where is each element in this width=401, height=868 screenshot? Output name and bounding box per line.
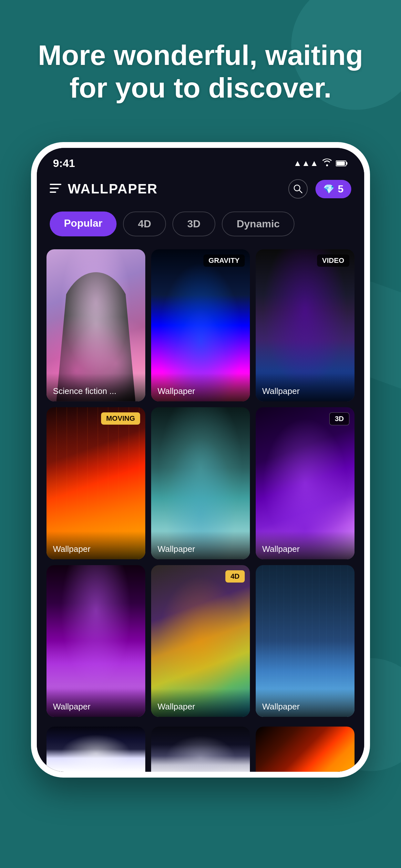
tab-popular[interactable]: Popular [50,212,117,237]
card-label-2: Wallpaper [151,373,250,401]
card-inner-11 [151,726,250,772]
category-tabs: Popular 4D 3D Dynamic [37,205,364,246]
card-label-6: Wallpaper [256,531,354,559]
svg-rect-5 [50,191,56,193]
status-icons: ▲▲▲ [294,158,348,168]
app-title: WALLPAPER [68,181,158,197]
card-label-4: Wallpaper [47,531,145,559]
card-inner-12 [256,726,354,772]
card-badge-moving: MOVING [101,412,140,425]
app-header: WALLPAPER 💎 5 [37,173,364,205]
hamburger-icon[interactable] [50,183,61,195]
card-badge-3d: 3D [329,412,349,425]
card-label-8: Wallpaper [151,689,250,717]
card-badge-video: VIDEO [317,254,349,267]
gems-badge[interactable]: 💎 5 [315,180,351,198]
wallpaper-card-12[interactable] [256,726,354,772]
svg-rect-1 [346,162,347,165]
gems-count: 5 [338,183,343,195]
svg-point-6 [294,185,300,191]
wallpaper-card-7[interactable]: Wallpaper [47,565,145,717]
card-label-1: Science fiction ... [47,373,145,401]
wallpaper-card-2[interactable]: GRAVITY Wallpaper [151,249,250,401]
gem-icon: 💎 [323,184,335,194]
wifi-icon [322,159,332,168]
card-label-3: Wallpaper [256,373,354,401]
card-inner-10 [47,726,145,772]
header-right: 💎 5 [288,179,351,198]
wallpaper-card-4[interactable]: MOVING Wallpaper [47,407,145,559]
status-bar: 9:41 ▲▲▲ [37,148,364,173]
wallpaper-card-9[interactable]: Wallpaper [256,565,354,717]
wallpaper-card-3[interactable]: VIDEO Wallpaper [256,249,354,401]
svg-rect-2 [336,161,345,165]
card-label-7: Wallpaper [47,689,145,717]
wallpaper-card-10[interactable] [47,726,145,772]
wallpaper-card-5[interactable]: Wallpaper [151,407,250,559]
wallpaper-card-8[interactable]: 4D Wallpaper [151,565,250,717]
hero-section: More wonderful, waiting for you to disco… [19,39,382,104]
wallpaper-card-11[interactable] [151,726,250,772]
card-label-9: Wallpaper [256,689,354,717]
svg-rect-4 [50,188,59,189]
search-button[interactable] [288,179,308,198]
tab-3d[interactable]: 3D [173,212,215,237]
svg-line-7 [299,190,302,193]
card-badge-4d: 4D [225,570,245,583]
card-label-5: Wallpaper [151,531,250,559]
wallpaper-card-6[interactable]: 3D Wallpaper [256,407,354,559]
partial-row [37,726,364,772]
phone-screen: 9:41 ▲▲▲ [37,148,364,772]
wallpaper-grid: Science fiction ... GRAVITY Wallpaper VI… [37,246,364,726]
phone-outer-shell: 9:41 ▲▲▲ [31,142,370,778]
hero-title: More wonderful, waiting for you to disco… [19,39,382,104]
phone-mockup: 9:41 ▲▲▲ [31,142,370,778]
wallpaper-card-1[interactable]: Science fiction ... [47,249,145,401]
tab-4d[interactable]: 4D [123,212,166,237]
battery-icon [336,160,348,166]
signal-icon: ▲▲▲ [294,158,318,168]
tab-dynamic[interactable]: Dynamic [222,212,295,237]
header-left: WALLPAPER [50,181,158,197]
status-time: 9:41 [53,157,75,169]
card-badge-gravity: GRAVITY [204,254,245,267]
svg-rect-3 [50,184,61,185]
